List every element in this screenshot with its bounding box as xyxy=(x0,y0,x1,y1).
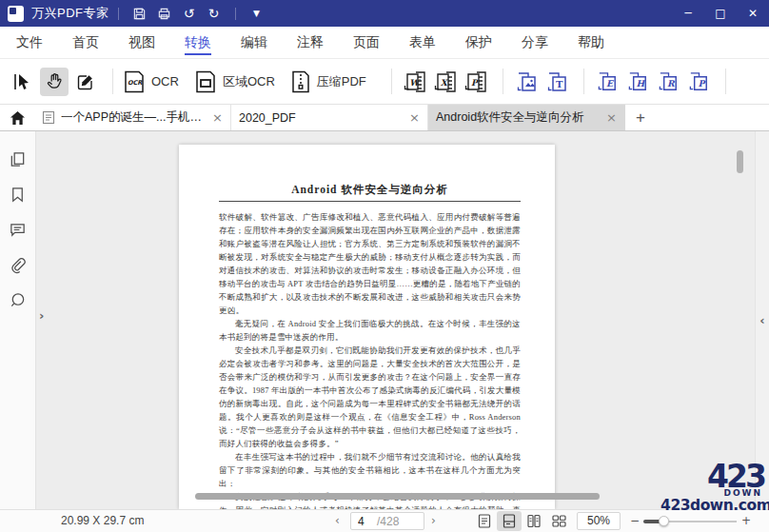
pdf-page[interactable]: Android 软件安全与逆向分析 软件破解、软件篡改、广告库修改和植入、恶意代… xyxy=(179,145,555,509)
convert-to-ppt-button[interactable]: P xyxy=(463,67,491,97)
convert-to-excel-button[interactable]: X xyxy=(432,67,461,97)
pdf-paragraph: 软件破解、软件篡改、广告库修改和植入、恶意代码植入、应用内付费破解等普遍存在；应… xyxy=(219,210,521,317)
close-button[interactable]: ✕ xyxy=(737,0,769,27)
save-icon xyxy=(132,7,147,21)
select-tool-button[interactable] xyxy=(9,68,37,96)
titlebar: 万兴PDF专家 ↺ ↻ ▼ ─ □ ✕ xyxy=(0,0,769,27)
thumbnails-panel-button[interactable] xyxy=(6,147,30,171)
toolbar-divider xyxy=(503,69,503,94)
convert-to-pages-button[interactable]: P xyxy=(685,67,714,97)
hand-tool-button[interactable] xyxy=(40,68,69,96)
titlebar-separator xyxy=(118,8,119,20)
html-convert-icon: H xyxy=(625,69,651,94)
tab-close-icon[interactable]: × xyxy=(409,111,420,124)
html-letter: H xyxy=(637,78,646,89)
left-sidebar xyxy=(0,131,36,509)
zoom-in-button[interactable]: + xyxy=(741,514,751,527)
zoom-slider[interactable] xyxy=(643,521,737,522)
app-logo-icon xyxy=(8,6,24,22)
search-icon xyxy=(9,291,27,309)
right-panel-expand-button[interactable]: ‹ xyxy=(759,313,764,327)
tab-2020-pdf[interactable]: 2020_PDF × xyxy=(231,105,428,130)
image-convert-icon xyxy=(514,69,541,95)
menu-file[interactable]: 文件 xyxy=(16,27,43,58)
continuous-view-button[interactable] xyxy=(497,511,522,531)
previous-page-button[interactable]: ‹ xyxy=(335,514,340,527)
tab-app-birth-document[interactable]: 一个APP的诞生—...手机应用 × xyxy=(34,105,231,130)
convert-to-word-button[interactable]: W xyxy=(402,67,430,97)
ppt-convert-icon: P xyxy=(463,69,490,95)
edit-tool-button[interactable] xyxy=(71,68,100,96)
right-rail: ‹ xyxy=(755,131,769,509)
tab-close-icon[interactable]: × xyxy=(212,111,223,124)
menu-view[interactable]: 视图 xyxy=(128,27,155,58)
maximize-button[interactable]: □ xyxy=(704,0,737,27)
menu-page[interactable]: 页面 xyxy=(353,27,380,58)
home-tab-button[interactable] xyxy=(0,105,34,130)
page-size-label: 20.99 X 29.7 cm xyxy=(61,514,144,527)
page-total-label: /428 xyxy=(377,515,399,528)
minimize-button[interactable]: ─ xyxy=(672,0,704,27)
bookmark-icon xyxy=(9,186,27,204)
single-page-icon xyxy=(477,513,492,529)
menu-home[interactable]: 首页 xyxy=(72,27,99,58)
vertical-scrollbar[interactable] xyxy=(737,150,743,173)
horizontal-scrollbar[interactable] xyxy=(195,493,600,500)
area-ocr-button[interactable]: 区域OCR xyxy=(194,69,275,94)
compress-pdf-label: 压缩PDF xyxy=(317,73,366,90)
menu-edit[interactable]: 编辑 xyxy=(241,27,267,58)
single-page-view-button[interactable] xyxy=(472,511,497,531)
convert-to-epub-button[interactable]: E xyxy=(594,67,622,97)
pdf-page-text: 软件破解、软件篡改、广告库修改和植入、恶意代码植入、应用内付费破解等普遍存在；应… xyxy=(219,210,521,509)
convert-to-image-button[interactable] xyxy=(513,67,542,97)
comments-panel-button[interactable] xyxy=(6,217,30,242)
menu-help[interactable]: 帮助 xyxy=(578,27,604,58)
statusbar: 20.99 X 29.7 cm ‹ /428 › xyxy=(0,509,769,532)
undo-button[interactable]: ↺ xyxy=(177,3,202,24)
menu-comment[interactable]: 注释 xyxy=(297,27,324,58)
menu-form[interactable]: 表单 xyxy=(409,27,436,58)
zoom-level-box[interactable]: 50% xyxy=(577,512,621,530)
grid-view-button[interactable] xyxy=(546,511,571,531)
undo-icon: ↺ xyxy=(184,7,195,20)
ocr-button[interactable]: OCR OCR xyxy=(123,69,179,94)
print-button[interactable] xyxy=(152,3,177,24)
select-cursor-icon xyxy=(12,71,33,92)
menu-share[interactable]: 分享 xyxy=(522,27,548,58)
toolbar-divider xyxy=(583,69,584,94)
search-panel-button[interactable] xyxy=(6,287,30,312)
page-number-input[interactable] xyxy=(358,515,377,528)
zoom-out-button[interactable]: − xyxy=(630,514,640,527)
menu-protect[interactable]: 保护 xyxy=(465,27,492,58)
home-icon xyxy=(10,110,26,126)
print-icon xyxy=(157,7,171,21)
quick-access-menu-button[interactable]: ▼ xyxy=(245,3,269,24)
tab-android-security[interactable]: Android软件安全与逆向分析 × xyxy=(428,105,625,130)
rtf-convert-icon: R xyxy=(656,69,681,94)
pages-convert-icon: P xyxy=(686,69,712,94)
pdf-paragraph: 毫无疑问，在 Android 安全上我们面临极大的挑战。在这个时候，丰生强的这本… xyxy=(219,317,521,344)
thumbnails-icon xyxy=(9,150,27,168)
convert-to-html-button[interactable]: H xyxy=(624,67,653,97)
zoom-slider-handle[interactable] xyxy=(659,516,669,526)
save-button[interactable] xyxy=(128,3,152,24)
excel-convert-icon: X xyxy=(433,69,460,95)
tab-title: 一个APP的诞生—...手机应用 xyxy=(61,109,207,126)
toolbar: OCR OCR 区域OCR 压缩PDF xyxy=(0,59,769,105)
add-tab-button[interactable]: + xyxy=(625,105,656,130)
tab-close-icon[interactable]: × xyxy=(606,111,617,124)
redo-button[interactable]: ↻ xyxy=(202,3,227,24)
menu-convert[interactable]: 转换 xyxy=(185,27,211,58)
convert-to-rtf-button[interactable]: R xyxy=(655,67,683,97)
convert-to-text-button[interactable]: T xyxy=(543,67,572,97)
next-page-button[interactable]: › xyxy=(431,514,436,527)
pdf-paragraph: 在丰生强写这本书的过程中，我们就不少细节有过交流和讨论。他的认真给我留下了非常深… xyxy=(219,450,521,490)
compress-pdf-button[interactable]: 压缩PDF xyxy=(290,69,366,94)
redo-icon: ↻ xyxy=(208,7,220,20)
pdf-header-rule xyxy=(219,201,521,202)
left-panel-expand-button[interactable]: › xyxy=(39,308,44,323)
bookmarks-panel-button[interactable] xyxy=(6,182,30,207)
facing-pages-view-button[interactable] xyxy=(522,511,546,531)
attachments-panel-button[interactable] xyxy=(6,252,30,277)
text-letter: T xyxy=(556,78,563,89)
